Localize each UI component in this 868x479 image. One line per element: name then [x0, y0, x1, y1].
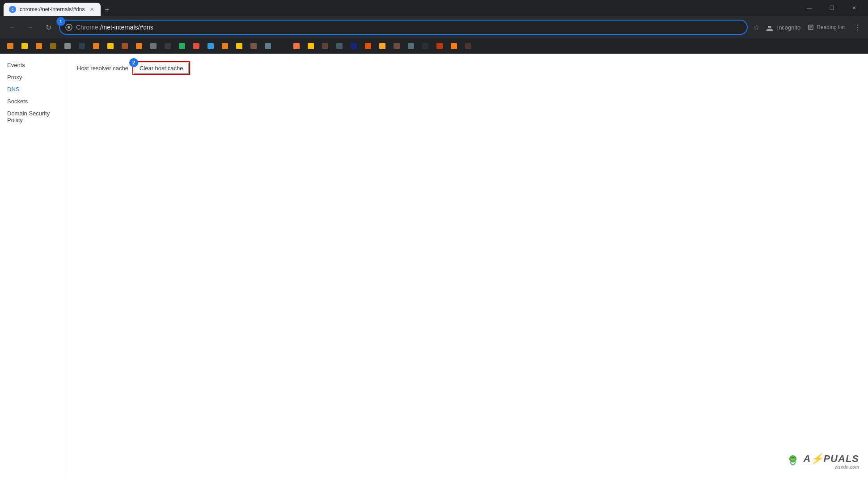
- bookmark-favicon: [7, 43, 13, 49]
- forward-button[interactable]: →: [23, 20, 38, 34]
- bookmark-item[interactable]: [347, 41, 360, 51]
- url-path: ://net-internals/#dns: [98, 24, 153, 31]
- sidebar-item-domain-security-policy[interactable]: Domain Security Policy: [0, 107, 66, 126]
- bookmark-item[interactable]: [132, 41, 146, 51]
- minimize-button[interactable]: —: [799, 0, 820, 16]
- bookmark-favicon: [236, 43, 242, 49]
- bookmark-favicon: [322, 43, 328, 49]
- chrome-icon: [65, 24, 72, 31]
- sidebar-item-dns[interactable]: DNS: [0, 83, 66, 95]
- bookmark-item[interactable]: [218, 41, 232, 51]
- bookmark-item[interactable]: [161, 41, 174, 51]
- step-2-badge: 2: [129, 58, 138, 67]
- bookmark-item[interactable]: [333, 41, 346, 51]
- bookmark-favicon: [250, 43, 257, 49]
- bookmark-item[interactable]: [175, 41, 189, 51]
- window-controls: — ❐ ✕: [799, 0, 864, 16]
- clear-host-cache-button[interactable]: Clear host cache: [134, 63, 189, 74]
- reading-list-icon: [808, 24, 814, 30]
- reload-button[interactable]: ↻: [41, 20, 55, 34]
- bookmark-favicon: [293, 43, 300, 49]
- bookmark-item[interactable]: [233, 41, 246, 51]
- bookmark-favicon: [422, 43, 428, 49]
- back-button[interactable]: ←: [5, 20, 20, 34]
- svg-rect-12: [791, 457, 795, 458]
- sidebar-item-proxy[interactable]: Proxy: [0, 71, 66, 83]
- sidebar: Events Proxy DNS Sockets Domain Security…: [0, 54, 66, 479]
- url-bar[interactable]: 1 Chrome://net-internals/#dns: [59, 20, 748, 35]
- watermark-text: A⚡PUALS wsxdn.com: [804, 453, 859, 470]
- bookmark-item[interactable]: [390, 41, 403, 51]
- bookmark-star-icon[interactable]: ☆: [751, 21, 761, 34]
- bookmark-item[interactable]: [290, 41, 303, 51]
- bookmark-favicon: [365, 43, 371, 49]
- reading-list-button[interactable]: Reading list: [804, 22, 848, 32]
- active-tab[interactable]: C chrome://net-internals/#dns ✕: [4, 3, 101, 16]
- reading-list-label: Reading list: [817, 24, 845, 30]
- tab-title: chrome://net-internals/#dns: [20, 6, 85, 13]
- bookmark-item[interactable]: [4, 41, 17, 51]
- bookmark-favicon: [265, 43, 271, 49]
- clear-cache-btn-wrapper: 2 Clear host cache: [134, 63, 189, 74]
- bookmark-item[interactable]: [419, 41, 432, 51]
- url-scheme: Chrome: [76, 24, 98, 31]
- bookmark-item[interactable]: [447, 41, 461, 51]
- restore-button[interactable]: ❐: [821, 0, 842, 16]
- main-content: Events Proxy DNS Sockets Domain Security…: [0, 54, 868, 479]
- bookmarks-bar: [0, 38, 868, 54]
- bookmark-item[interactable]: [433, 41, 446, 51]
- bookmark-item[interactable]: [147, 41, 160, 51]
- address-bar: ← → ↻ 1 Chrome://net-internals/#dns ☆ In…: [0, 16, 868, 38]
- bookmark-favicon: [150, 43, 157, 49]
- bookmark-item[interactable]: [376, 41, 389, 51]
- incognito-area[interactable]: Incognito: [765, 22, 801, 32]
- bookmark-favicon: [207, 43, 214, 49]
- chrome-menu-button[interactable]: ⋮: [852, 21, 863, 34]
- watermark: A⚡PUALS wsxdn.com: [784, 452, 859, 470]
- bookmark-item[interactable]: [462, 41, 475, 51]
- bookmark-item[interactable]: [118, 41, 131, 51]
- bookmark-favicon: [21, 43, 28, 49]
- svg-point-3: [68, 26, 70, 29]
- bookmark-item[interactable]: [75, 41, 89, 51]
- bookmark-favicon: [36, 43, 42, 49]
- incognito-label: Incognito: [777, 24, 801, 31]
- bookmark-item[interactable]: [247, 41, 260, 51]
- incognito-icon: [765, 22, 775, 32]
- bookmark-favicon: [122, 43, 128, 49]
- svg-rect-5: [768, 25, 771, 26]
- bookmark-item[interactable]: [61, 41, 74, 51]
- bookmark-item[interactable]: [47, 41, 60, 51]
- content-area: Host resolver cache 2 Clear host cache A…: [66, 54, 868, 479]
- bookmark-favicon: [222, 43, 228, 49]
- bookmark-favicon: [79, 43, 85, 49]
- new-tab-button[interactable]: +: [101, 4, 113, 16]
- bookmark-item[interactable]: [361, 41, 375, 51]
- bookmark-item[interactable]: [204, 41, 217, 51]
- bookmark-item[interactable]: [261, 41, 275, 51]
- bookmark-item[interactable]: [404, 41, 418, 51]
- sidebar-item-events[interactable]: Events: [0, 59, 66, 71]
- watermark-icon: [784, 452, 802, 470]
- tab-favicon: C: [9, 6, 16, 13]
- bookmark-item[interactable]: [318, 41, 332, 51]
- url-text: Chrome://net-internals/#dns: [76, 24, 741, 31]
- tab-close-button[interactable]: ✕: [88, 6, 95, 13]
- svg-text:C: C: [11, 8, 13, 11]
- close-button[interactable]: ✕: [844, 0, 864, 16]
- bookmark-item[interactable]: [89, 41, 103, 51]
- bookmark-favicon: [465, 43, 471, 49]
- bookmark-item[interactable]: [104, 41, 117, 51]
- bookmark-item[interactable]: [275, 41, 289, 51]
- bookmark-favicon: [436, 43, 443, 49]
- bookmark-item[interactable]: [304, 41, 318, 51]
- bookmark-favicon: [336, 43, 343, 49]
- bookmark-favicon: [379, 43, 385, 49]
- bookmark-item[interactable]: [18, 41, 31, 51]
- bookmark-item[interactable]: [32, 41, 46, 51]
- bookmark-item[interactable]: [190, 41, 203, 51]
- sidebar-item-sockets[interactable]: Sockets: [0, 95, 66, 107]
- bookmark-favicon: [394, 43, 400, 49]
- bookmark-favicon: [93, 43, 99, 49]
- bookmark-favicon: [193, 43, 199, 49]
